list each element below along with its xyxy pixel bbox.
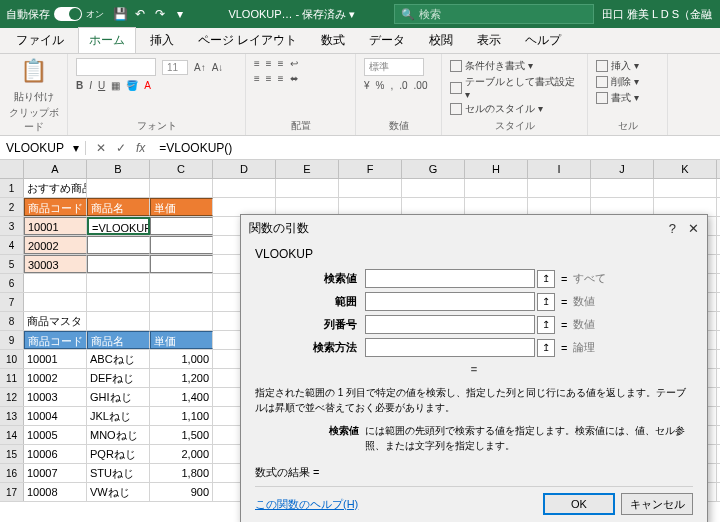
close-icon[interactable]: ✕	[688, 221, 699, 236]
cell[interactable]: PQRねじ	[87, 445, 150, 463]
tab-help[interactable]: ヘルプ	[515, 28, 571, 53]
cell[interactable]	[150, 293, 213, 311]
col-header[interactable]: K	[654, 160, 717, 178]
name-box-dropdown-icon[interactable]: ▾	[73, 141, 79, 155]
delete-cells-button[interactable]: 削除 ▾	[596, 74, 659, 90]
align-left-icon[interactable]: ≡	[254, 73, 260, 84]
select-all-corner[interactable]	[0, 160, 24, 178]
cell[interactable]: 10001	[24, 217, 87, 235]
cell[interactable]	[150, 179, 213, 197]
cell[interactable]	[150, 274, 213, 292]
cancel-formula-icon[interactable]: ✕	[96, 141, 106, 155]
currency-icon[interactable]: ¥	[364, 80, 370, 91]
tab-review[interactable]: 校閲	[419, 28, 463, 53]
bold-button[interactable]: B	[76, 80, 83, 91]
cell[interactable]: 10003	[24, 388, 87, 406]
range-select-icon[interactable]: ↥	[537, 339, 555, 357]
cell[interactable]	[87, 274, 150, 292]
align-right-icon[interactable]: ≡	[278, 73, 284, 84]
col-header[interactable]: B	[87, 160, 150, 178]
wrap-icon[interactable]: ↩	[290, 58, 298, 69]
cell[interactable]: 単価	[150, 331, 213, 349]
font-size-select[interactable]: 11	[162, 60, 188, 75]
cell[interactable]	[87, 179, 150, 197]
cell[interactable]: 10004	[24, 407, 87, 425]
align-center-icon[interactable]: ≡	[266, 73, 272, 84]
font-name-select[interactable]	[76, 58, 156, 76]
cell[interactable]: VWねじ	[87, 483, 150, 501]
cell[interactable]: STUねじ	[87, 464, 150, 482]
range-select-icon[interactable]: ↥	[537, 270, 555, 288]
cell[interactable]: 単価	[150, 198, 213, 216]
cell[interactable]: 商品名	[87, 198, 150, 216]
row-header[interactable]: 4	[0, 236, 24, 254]
cell[interactable]	[465, 179, 528, 197]
cancel-button[interactable]: キャンセル	[621, 493, 693, 515]
save-icon[interactable]: 💾	[112, 6, 128, 22]
arg-range-lookup-input[interactable]	[365, 338, 535, 357]
cond-format-button[interactable]: 条件付き書式 ▾	[450, 58, 579, 74]
cell[interactable]: 1,100	[150, 407, 213, 425]
arg-lookup-value-input[interactable]	[365, 269, 535, 288]
align-bot-icon[interactable]: ≡	[278, 58, 284, 69]
cell[interactable]: 10007	[24, 464, 87, 482]
cell[interactable]: おすすめ商品一覧	[24, 179, 87, 197]
cell-styles-button[interactable]: セルのスタイル ▾	[450, 101, 579, 117]
arg-table-array-input[interactable]	[365, 292, 535, 311]
cell[interactable]: ABCねじ	[87, 350, 150, 368]
cell[interactable]	[87, 293, 150, 311]
cell[interactable]	[528, 179, 591, 197]
row-header[interactable]: 11	[0, 369, 24, 387]
cell[interactable]	[87, 312, 150, 330]
col-header[interactable]: I	[528, 160, 591, 178]
cell[interactable]	[24, 274, 87, 292]
user-account[interactable]: 田口 雅美 L D S（金融	[594, 7, 720, 22]
cell[interactable]: 2,000	[150, 445, 213, 463]
cell[interactable]: 商品コード	[24, 331, 87, 349]
undo-icon[interactable]: ↶	[132, 6, 148, 22]
cell[interactable]	[150, 255, 213, 273]
autosave[interactable]: 自動保存 オン	[0, 7, 110, 22]
tab-file[interactable]: ファイル	[6, 28, 74, 53]
underline-button[interactable]: U	[98, 80, 105, 91]
fx-icon[interactable]: fx	[136, 141, 145, 155]
row-header[interactable]: 1	[0, 179, 24, 197]
row-header[interactable]: 6	[0, 274, 24, 292]
row-header[interactable]: 2	[0, 198, 24, 216]
cell[interactable]	[87, 236, 150, 254]
autosave-toggle[interactable]	[54, 7, 82, 21]
col-header[interactable]: C	[150, 160, 213, 178]
col-header[interactable]: F	[339, 160, 402, 178]
col-header[interactable]: G	[402, 160, 465, 178]
row-header[interactable]: 8	[0, 312, 24, 330]
col-header[interactable]: D	[213, 160, 276, 178]
col-header[interactable]: J	[591, 160, 654, 178]
range-select-icon[interactable]: ↥	[537, 316, 555, 334]
cell[interactable]: 1,400	[150, 388, 213, 406]
percent-icon[interactable]: %	[376, 80, 385, 91]
row-header[interactable]: 17	[0, 483, 24, 501]
cell[interactable]: 商品マスタ	[24, 312, 87, 330]
row-header[interactable]: 14	[0, 426, 24, 444]
tab-insert[interactable]: 挿入	[140, 28, 184, 53]
align-mid-icon[interactable]: ≡	[266, 58, 272, 69]
cell[interactable]: 1,500	[150, 426, 213, 444]
tab-formulas[interactable]: 数式	[311, 28, 355, 53]
cell[interactable]: 商品コード	[24, 198, 87, 216]
cell[interactable]: 20002	[24, 236, 87, 254]
cell[interactable]: DEFねじ	[87, 369, 150, 387]
cell[interactable]: 30003	[24, 255, 87, 273]
cell[interactable]: 10008	[24, 483, 87, 501]
align-top-icon[interactable]: ≡	[254, 58, 260, 69]
cell[interactable]: 10006	[24, 445, 87, 463]
row-header[interactable]: 9	[0, 331, 24, 349]
tab-home[interactable]: ホーム	[78, 27, 136, 53]
row-header[interactable]: 3	[0, 217, 24, 235]
cell[interactable]	[402, 179, 465, 197]
col-header[interactable]: A	[24, 160, 87, 178]
row-header[interactable]: 5	[0, 255, 24, 273]
increase-font-icon[interactable]: A↑	[194, 62, 206, 73]
format-as-table-button[interactable]: テーブルとして書式設定 ▾	[450, 74, 579, 101]
cell[interactable]: 900	[150, 483, 213, 501]
arg-col-index-input[interactable]	[365, 315, 535, 334]
